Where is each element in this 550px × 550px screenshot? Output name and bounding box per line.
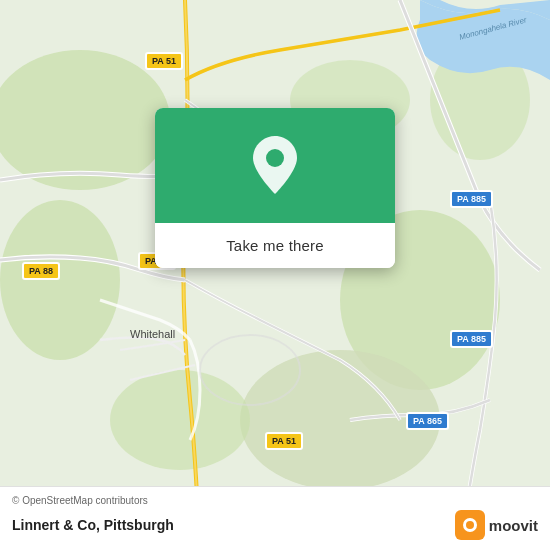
road-sign-pa51-top: PA 51: [145, 52, 183, 70]
bottom-info: Linnert & Co, Pittsburgh moovit: [12, 510, 538, 540]
road-sign-pa885-right: PA 885: [450, 190, 493, 208]
map-svg: Monongahela River: [0, 0, 550, 550]
map-container: Monongahela River: [0, 0, 550, 550]
road-sign-pa51-bot: PA 51: [265, 432, 303, 450]
road-sign-pa885-mid: PA 885: [450, 330, 493, 348]
popup-header: [155, 108, 395, 223]
svg-point-15: [466, 521, 474, 529]
svg-point-2: [0, 200, 120, 360]
road-sign-pa885-bot: PA 865: [406, 412, 449, 430]
svg-point-5: [110, 370, 250, 470]
moovit-brand-icon: [455, 510, 485, 540]
place-name: Linnert & Co, Pittsburgh: [12, 517, 174, 533]
location-pin-icon: [249, 136, 301, 196]
bottom-bar: © OpenStreetMap contributors Linnert & C…: [0, 486, 550, 550]
moovit-logo: moovit: [455, 510, 538, 540]
popup-card: Take me there: [155, 108, 395, 268]
take-me-there-button[interactable]: Take me there: [155, 223, 395, 268]
svg-text:Whitehall: Whitehall: [130, 328, 175, 340]
moovit-brand-text: moovit: [489, 517, 538, 534]
svg-point-12: [266, 149, 284, 167]
attribution: © OpenStreetMap contributors: [12, 495, 538, 506]
road-sign-pa88: PA 88: [22, 262, 60, 280]
